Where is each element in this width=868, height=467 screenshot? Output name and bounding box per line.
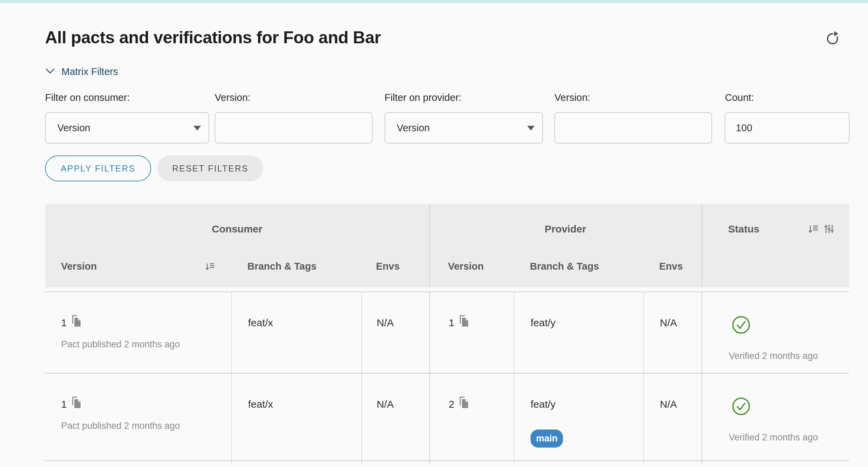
sort-descending-icon <box>808 230 819 235</box>
branch-name: feat/y <box>531 317 643 329</box>
consumer-envs-column-header: Envs <box>361 261 429 272</box>
provider-filter-label: Filter on provider: <box>385 92 543 103</box>
count-label: Count: <box>725 92 850 103</box>
verified-note: Verified 2 months ago <box>729 432 834 443</box>
refresh-button[interactable] <box>825 30 840 45</box>
column-header-label: Version <box>61 261 97 272</box>
page-header: All pacts and verifications for Foo and … <box>45 27 850 48</box>
provider-envs-cell: N/A <box>643 292 701 373</box>
provider-version-column-header: Version <box>429 261 514 272</box>
success-check-icon <box>732 315 834 336</box>
status-header-icons <box>803 224 834 234</box>
envs-value: N/A <box>660 398 701 410</box>
consumer-version-field: Version: <box>215 92 372 144</box>
status-cell: Verified 2 months ago <box>701 374 849 460</box>
filter-actions: APPLY FILTERS RESET FILTERS <box>45 155 850 181</box>
envs-value: N/A <box>377 317 429 329</box>
column-divider <box>429 204 430 287</box>
status-group-header: Status <box>701 223 849 235</box>
provider-filter-selected-value: Version <box>397 122 430 134</box>
consumer-group-header: Consumer <box>45 223 429 235</box>
column-divider <box>701 204 702 287</box>
matrix-filters-label: Matrix Filters <box>61 66 118 77</box>
consumer-branch-cell: feat/x <box>231 292 361 373</box>
copy-icon <box>458 323 469 329</box>
dropdown-caret-icon <box>193 126 201 131</box>
consumer-version-number: 1 <box>61 317 67 329</box>
main-content: All pacts and verifications for Foo and … <box>0 27 868 465</box>
consumer-version-cell: 1 Pact published 2 months ago <box>45 374 231 460</box>
provider-version-cell: 2 <box>429 374 514 460</box>
consumer-filter-selected-value: Version <box>57 122 90 134</box>
matrix-table: Consumer Provider Status <box>45 204 849 465</box>
copy-button[interactable] <box>70 315 82 329</box>
status-header-label: Status <box>728 223 760 235</box>
apply-filters-button[interactable]: APPLY FILTERS <box>45 155 151 181</box>
provider-branch-column-header: Branch & Tags <box>514 261 643 272</box>
branch-name: feat/y <box>531 398 643 410</box>
pact-published-note: Pact published 2 months ago <box>61 339 231 350</box>
sort-button[interactable] <box>808 224 819 234</box>
matrix-filters-toggle[interactable]: Matrix Filters <box>45 66 118 77</box>
consumer-filter-select[interactable]: Version <box>45 112 209 144</box>
pact-published-note: Pact published 2 months ago <box>61 421 231 431</box>
branch-badge: main <box>531 430 563 448</box>
branch-name: feat/x <box>248 317 361 329</box>
consumer-version-cell: 1 Pact published 2 months ago <box>45 292 231 373</box>
provider-branch-cell: feat/y <box>514 292 643 373</box>
consumer-version-input[interactable] <box>215 112 372 144</box>
provider-version-number: 1 <box>449 317 454 329</box>
branch-name: feat/x <box>248 398 361 410</box>
consumer-filter-field: Filter on consumer: Version <box>45 92 209 144</box>
chevron-down-icon <box>45 67 61 76</box>
group-header-row: Consumer Provider Status <box>45 204 849 245</box>
copy-button[interactable] <box>458 315 469 329</box>
consumer-version-label: Version: <box>215 92 372 103</box>
table-header-divider <box>45 287 849 292</box>
count-input[interactable] <box>725 112 850 144</box>
consumer-filter-label: Filter on consumer: <box>45 92 209 103</box>
filters-form: Filter on consumer: Version Version: Fil… <box>45 92 850 144</box>
consumer-envs-cell: N/A <box>361 292 429 373</box>
provider-group-header: Provider <box>429 223 701 235</box>
filter-sliders-icon <box>824 230 834 235</box>
success-check-icon <box>732 397 834 417</box>
table-row-partial <box>45 461 849 465</box>
refresh-icon <box>825 41 840 46</box>
provider-version-field: Version: <box>554 92 712 144</box>
provider-version-label: Version: <box>554 92 712 103</box>
dropdown-caret-icon <box>527 126 535 131</box>
provider-filter-select[interactable]: Version <box>385 112 543 144</box>
provider-version-cell: 1 <box>429 292 514 373</box>
consumer-version-number: 1 <box>61 398 67 410</box>
envs-value: N/A <box>377 398 429 410</box>
verified-note: Verified 2 months ago <box>729 351 834 361</box>
copy-icon <box>70 405 82 410</box>
consumer-version-column-header: Version <box>45 261 231 272</box>
page-title: All pacts and verifications for Foo and … <box>45 27 381 48</box>
sub-header-row: Version Branch & Tag <box>45 245 849 287</box>
copy-button[interactable] <box>458 396 469 410</box>
provider-filter-field: Filter on provider: Version <box>385 92 543 144</box>
top-accent-bar <box>0 0 868 3</box>
copy-icon <box>70 323 82 329</box>
consumer-envs-cell: N/A <box>361 374 429 460</box>
status-cell: Verified 2 months ago <box>701 292 849 373</box>
provider-version-number: 2 <box>449 398 454 410</box>
envs-value: N/A <box>660 317 701 329</box>
copy-icon <box>458 405 469 410</box>
table-row: 1 Pact published 2 months ago fe <box>45 374 849 461</box>
provider-version-input[interactable] <box>554 112 712 144</box>
reset-filters-button[interactable]: RESET FILTERS <box>157 155 263 181</box>
provider-envs-column-header: Envs <box>643 261 701 272</box>
filter-button[interactable] <box>824 224 834 234</box>
sort-button[interactable] <box>205 262 215 271</box>
count-field: Count: <box>725 92 850 144</box>
sort-descending-icon <box>205 267 215 272</box>
consumer-branch-column-header: Branch & Tags <box>231 261 361 272</box>
provider-branch-cell: feat/y main <box>514 374 643 460</box>
table-header: Consumer Provider Status <box>45 204 849 287</box>
consumer-branch-cell: feat/x <box>231 374 361 460</box>
table-row: 1 Pact published 2 months ago fe <box>45 292 849 374</box>
copy-button[interactable] <box>70 396 82 410</box>
